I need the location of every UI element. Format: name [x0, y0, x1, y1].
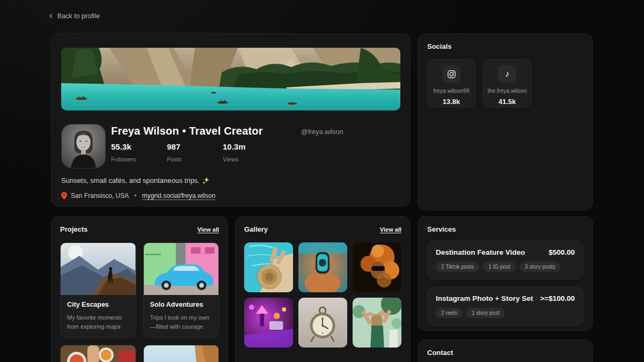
- projects-title: Projects: [60, 225, 87, 233]
- gallery-view-all-button[interactable]: View all: [380, 226, 401, 233]
- project-image-food-table: [61, 345, 136, 362]
- gallery-image-festival[interactable]: [353, 298, 401, 348]
- service-item-destination-video[interactable]: Destination Feature Video $500.00 2 Tikt…: [427, 241, 583, 279]
- location-row: San Fransisco, USA • mygrid.social/freya…: [61, 191, 400, 200]
- services-card: Services Destination Feature Video $500.…: [418, 216, 593, 331]
- service-badge: 1 story post: [466, 308, 505, 318]
- profile-handle: @freya.wilson: [301, 128, 343, 136]
- service-title: Destination Feature Video: [436, 248, 525, 256]
- back-to-profile-link[interactable]: ‹ Back to profile: [49, 12, 100, 20]
- chevron-left-icon: ‹: [49, 11, 53, 20]
- project-card-cropped[interactable]: [143, 345, 219, 362]
- instagram-username: freya.wilson99: [433, 87, 469, 94]
- avatar: [61, 124, 106, 168]
- tiktok-followers: 41.5k: [499, 98, 516, 106]
- gallery-image-man-cup[interactable]: [298, 242, 347, 292]
- contact-title: Contact: [427, 349, 583, 357]
- stat-views: 10.3m Views: [223, 142, 279, 162]
- project-title: City Escapes: [67, 301, 129, 308]
- project-image-blue-car: [144, 243, 219, 295]
- service-badge: 2 Tiktok posts: [436, 262, 479, 272]
- projects-view-all-button[interactable]: View all: [197, 226, 219, 233]
- socials-card: Socials freya.wilson99 13.8k ♪ the.freya…: [418, 33, 593, 210]
- gallery-image-neon-bar[interactable]: [244, 298, 293, 348]
- profile-header: Freya Wilson • Travel Creator 55.3k Foll…: [61, 124, 400, 168]
- service-title: Instagram Photo + Story Set: [436, 294, 533, 302]
- profile-bio: Sunsets, small cafés, and spontaneous tr…: [61, 176, 400, 184]
- projects-card: Projects View all: [51, 216, 228, 362]
- profile-stats: 55.3k Followers 987 Posts 10.3m Views: [111, 142, 279, 162]
- svg-text:6: 6: [322, 332, 324, 335]
- project-image-hiker: [61, 243, 136, 295]
- svg-text:12: 12: [321, 317, 324, 320]
- instagram-icon: [442, 65, 460, 83]
- service-badge: 3 story posts: [519, 262, 561, 272]
- service-price: $500.00: [548, 248, 575, 256]
- gallery-card: Gallery View all: [235, 216, 411, 362]
- profile-card: Freya Wilson • Travel Creator 55.3k Foll…: [51, 33, 411, 206]
- project-title: Solo Adventures: [150, 301, 213, 308]
- project-image-canyon: [144, 345, 219, 362]
- service-badge: 1 IG post: [483, 262, 516, 272]
- website-link[interactable]: mygrid.social/freya.wilson: [142, 192, 216, 200]
- project-card-city-escapes[interactable]: City Escapes My favorite moments from ex…: [60, 242, 136, 338]
- social-tile-tiktok[interactable]: ♪ the.freya.wilson 41.5k: [483, 59, 531, 107]
- gallery-image-pool-hat[interactable]: [244, 242, 293, 292]
- stat-posts: 987 Posts: [167, 142, 223, 162]
- service-badge: 2 reels: [436, 308, 463, 318]
- project-description: My favorite moments from exploring major: [67, 313, 129, 331]
- sparkles-icon: [202, 177, 209, 184]
- stat-followers: 55.3k Followers: [111, 142, 167, 162]
- service-price: >=$100.00: [540, 294, 575, 302]
- cover-photo: [61, 48, 400, 110]
- project-card-cropped[interactable]: [60, 345, 136, 362]
- service-item-instagram-set[interactable]: Instagram Photo + Story Set >=$100.00 2 …: [427, 287, 583, 326]
- tiktok-username: the.freya.wilson: [488, 87, 527, 94]
- gallery-image-alarm-clock[interactable]: 12 6: [298, 298, 347, 348]
- profile-name: Freya Wilson • Travel Creator: [111, 125, 279, 137]
- instagram-followers: 13.8k: [443, 98, 460, 106]
- services-title: Services: [427, 225, 583, 233]
- project-card-solo-adventures[interactable]: Solo Adventures Trips I took on my own—f…: [143, 242, 219, 338]
- separator-dot: •: [134, 191, 137, 200]
- gallery-title: Gallery: [244, 225, 268, 233]
- location-text: San Fransisco, USA: [71, 192, 129, 200]
- back-label: Back to profile: [57, 12, 100, 20]
- social-tile-instagram[interactable]: freya.wilson99 13.8k: [427, 59, 475, 107]
- gallery-image-orange-hair[interactable]: [353, 242, 401, 292]
- tiktok-icon: ♪: [498, 65, 516, 83]
- contact-card: Contact: [418, 339, 593, 362]
- location-pin-icon: [61, 192, 67, 200]
- project-description: Trips I took on my own—filled with coura…: [150, 313, 213, 331]
- socials-title: Socials: [427, 42, 583, 50]
